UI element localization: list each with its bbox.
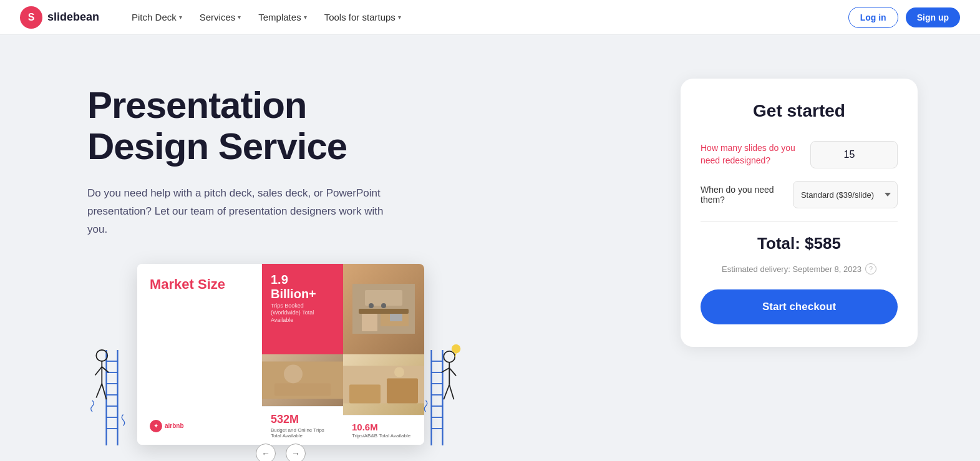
svg-point-20: [369, 303, 374, 308]
svg-point-21: [381, 303, 386, 308]
login-button[interactable]: Log in: [848, 7, 898, 28]
logo[interactable]: S slidebean: [20, 6, 99, 29]
stat-2-label: Budget and Online Trips Total Available: [271, 427, 334, 439]
slide-left-panel: Market Size ✦ airbnb: [137, 264, 262, 445]
logo-icon: S: [20, 6, 42, 29]
nav-label-tools: Tools for startups: [324, 12, 395, 22]
airbnb-logo: ✦ airbnb: [150, 420, 250, 432]
chevron-down-icon: ▾: [179, 14, 182, 21]
stat-2: 532M Budget and Online Trips Total Avail…: [262, 354, 343, 445]
delivery-select[interactable]: Standard ($39/slide) Rush ($59/slide) Pr…: [793, 181, 898, 208]
stat-3-value: 10.6M: [352, 422, 415, 432]
chevron-down-icon: ▾: [398, 14, 401, 21]
svg-point-39: [444, 351, 455, 362]
chevron-down-icon: ▾: [304, 14, 307, 21]
svg-line-13: [96, 384, 102, 398]
svg-rect-17: [362, 314, 377, 331]
svg-point-29: [394, 367, 404, 377]
stat-3-label: Trips/AB&B Total Available: [352, 433, 415, 439]
nav-item-pitch-deck[interactable]: Pitch Deck ▾: [124, 7, 190, 27]
logo-text: slidebean: [47, 11, 99, 24]
svg-line-44: [449, 384, 454, 399]
svg-rect-27: [349, 384, 381, 403]
get-started-card: Get started How many slides do you need …: [681, 79, 918, 347]
card-divider: [701, 221, 898, 221]
nav-item-services[interactable]: Services ▾: [192, 7, 249, 27]
illustration-person-left: [87, 339, 143, 461]
left-section: Presentation Design Service Do you need …: [87, 72, 643, 461]
market-label: Market Size: [150, 276, 250, 293]
nav-label-templates: Templates: [258, 12, 301, 22]
card-title: Get started: [701, 101, 898, 121]
total-label: Total: $585: [701, 234, 898, 253]
slide-navigation: ← →: [256, 444, 306, 461]
nav-right: Log in Sign up: [848, 7, 960, 28]
svg-rect-22: [390, 314, 402, 321]
svg-line-11: [95, 367, 102, 376]
when-row: When do you need them? Standard ($39/sli…: [701, 181, 898, 208]
svg-rect-16: [359, 309, 409, 314]
when-label: When do you need them?: [701, 185, 793, 205]
next-slide-button[interactable]: →: [286, 444, 306, 461]
signup-button[interactable]: Sign up: [906, 7, 960, 27]
checkout-button[interactable]: Start checkout: [701, 289, 898, 324]
svg-line-46: [455, 353, 456, 356]
stat-3: 10.6M Trips/AB&B Total Available: [343, 354, 424, 445]
main-content: Presentation Design Service Do you need …: [0, 35, 980, 461]
svg-line-43: [444, 384, 449, 399]
slide-preview: Market Size ✦ airbnb 1.9 Billion+: [137, 264, 424, 445]
svg-rect-25: [274, 383, 331, 395]
info-icon[interactable]: ?: [865, 263, 876, 274]
illustration-person-right: [418, 339, 474, 461]
preview-container: Market Size ✦ airbnb 1.9 Billion+: [87, 264, 474, 461]
svg-point-24: [284, 364, 303, 383]
svg-point-45: [452, 344, 460, 353]
svg-line-42: [449, 367, 456, 376]
stat-1: 1.9 Billion+ Trips Booked (Worldwide) To…: [262, 264, 343, 354]
page-description: Do you need help with a pitch deck, sale…: [87, 185, 387, 239]
navbar: S slidebean Pitch Deck ▾ Services ▾ Temp…: [0, 0, 980, 35]
nav-label-services: Services: [200, 12, 236, 22]
nav-label-pitch-deck: Pitch Deck: [132, 12, 177, 22]
stat-2-value: 532M: [271, 413, 334, 426]
nav-item-tools[interactable]: Tools for startups ▾: [317, 7, 409, 27]
total-section: Total: $585: [701, 234, 898, 253]
slide-right-panel: 1.9 Billion+ Trips Booked (Worldwide) To…: [262, 264, 424, 445]
prev-slide-button[interactable]: ←: [256, 444, 276, 461]
delivery-text: Estimated delivery: September 8, 2023: [722, 264, 861, 274]
slides-row: How many slides do you need redesigned?: [701, 141, 898, 168]
image-cell-1: [343, 264, 424, 354]
page-title: Presentation Design Service: [87, 85, 643, 167]
svg-line-12: [102, 367, 109, 372]
slides-input[interactable]: [810, 141, 898, 168]
stat-1-label: Trips Booked (Worldwide) Total Available: [271, 303, 334, 324]
svg-rect-28: [387, 378, 418, 403]
slides-label: How many slides do you need redesigned?: [701, 142, 800, 167]
delivery-info-row: Estimated delivery: September 8, 2023 ?: [701, 263, 898, 274]
chevron-down-icon: ▾: [238, 14, 241, 21]
nav-items: Pitch Deck ▾ Services ▾ Templates ▾ Tool…: [124, 7, 848, 27]
nav-item-templates[interactable]: Templates ▾: [251, 7, 314, 27]
stat-1-value: 1.9 Billion+: [271, 273, 334, 301]
